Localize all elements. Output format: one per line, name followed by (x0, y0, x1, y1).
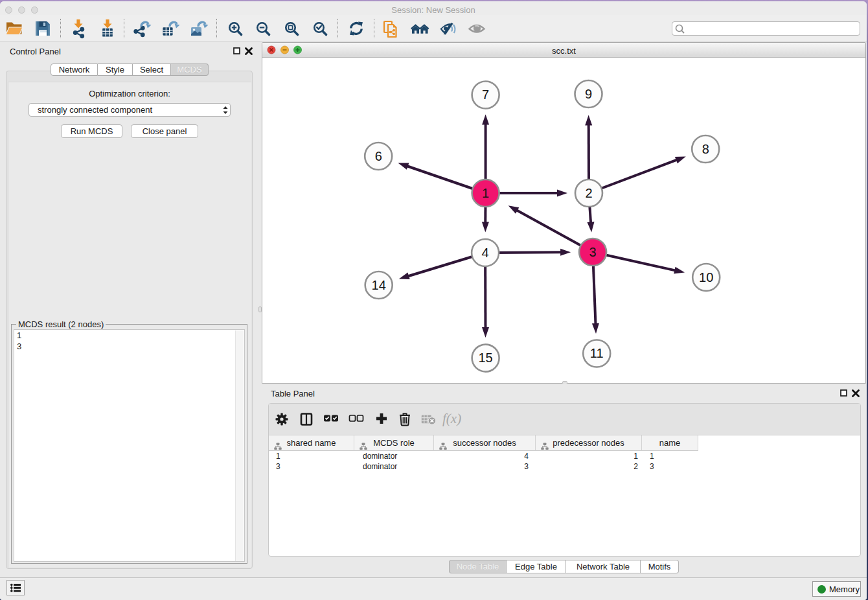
svg-text:7: 7 (482, 87, 489, 102)
svg-text:3: 3 (589, 245, 597, 259)
svg-text:9: 9 (585, 87, 592, 101)
svg-text:10: 10 (699, 270, 713, 284)
svg-text:14: 14 (372, 278, 386, 292)
svg-text:11: 11 (590, 346, 604, 360)
svg-text:6: 6 (375, 149, 382, 163)
svg-text:15: 15 (478, 351, 492, 365)
svg-text:2: 2 (585, 186, 592, 200)
svg-text:4: 4 (482, 246, 489, 260)
svg-text:8: 8 (702, 142, 709, 156)
svg-text:1: 1 (482, 186, 489, 200)
